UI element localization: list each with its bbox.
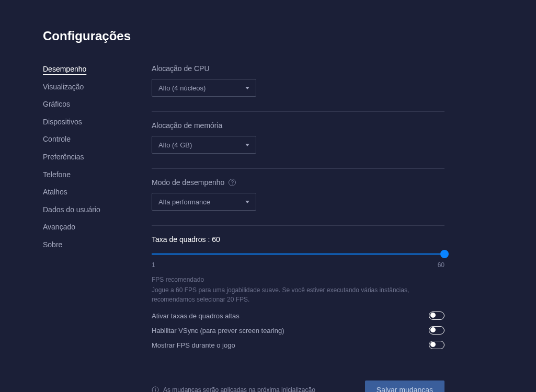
fps-label: Taxa de quadros : 60 xyxy=(152,235,444,244)
perfmode-label: Modo de desempenho xyxy=(152,178,224,187)
help-icon[interactable]: ? xyxy=(229,179,236,186)
memory-select-value: Alto (4 GB) xyxy=(158,141,192,149)
chevron-down-icon xyxy=(245,201,249,203)
sidebar-item-visualizacao[interactable]: Visualização xyxy=(43,82,121,93)
cpu-label: Alocação de CPU xyxy=(152,64,444,73)
info-icon xyxy=(152,386,159,392)
toggle-show-fps-label: Mostrar FPS durante o jogo xyxy=(152,341,235,349)
slider-track xyxy=(152,253,444,255)
toggle-high-fps-label: Ativar taxas de quadros altas xyxy=(152,312,240,320)
divider xyxy=(152,111,444,112)
sidebar-item-graficos[interactable]: Gráficos xyxy=(43,99,121,110)
toggle-knob xyxy=(430,342,436,347)
chevron-down-icon xyxy=(245,87,249,89)
divider xyxy=(152,225,444,226)
page-title: Configurações xyxy=(43,29,494,43)
svg-rect-2 xyxy=(155,389,155,391)
fps-min: 1 xyxy=(152,261,155,269)
toggle-knob xyxy=(430,313,436,318)
slider-thumb[interactable] xyxy=(440,250,449,258)
sidebar-item-controle[interactable]: Controle xyxy=(43,134,121,145)
perfmode-select-value: Alta performance xyxy=(158,198,210,206)
sidebar-item-desempenho[interactable]: Desempenho xyxy=(43,64,121,75)
fps-max: 60 xyxy=(438,261,444,269)
toggle-high-fps[interactable] xyxy=(429,312,444,320)
sidebar-item-atalhos[interactable]: Atalhos xyxy=(43,187,121,198)
chevron-down-icon xyxy=(245,144,249,146)
sidebar-item-sobre[interactable]: Sobre xyxy=(43,240,121,250)
sidebar-item-telefone[interactable]: Telefone xyxy=(43,170,121,180)
fps-slider[interactable] xyxy=(152,249,444,259)
save-button[interactable]: Salvar mudanças xyxy=(365,381,444,392)
sidebar-item-preferencias[interactable]: Preferências xyxy=(43,152,121,163)
toggle-knob xyxy=(430,327,436,332)
sidebar: Desempenho Visualização Gráficos Disposi… xyxy=(43,64,121,392)
toggle-vsync[interactable] xyxy=(429,326,444,335)
fps-reco-title: FPS recomendado xyxy=(152,276,444,283)
fps-reco-text: Jogue a 60 FPS para uma jogabilidade sua… xyxy=(152,285,444,304)
sidebar-item-dados-usuario[interactable]: Dados do usuário xyxy=(43,205,121,215)
memory-label: Alocação de memória xyxy=(152,121,444,130)
toggle-show-fps[interactable] xyxy=(429,341,444,349)
memory-select[interactable]: Alto (4 GB) xyxy=(152,136,256,154)
perfmode-select[interactable]: Alta performance xyxy=(152,193,256,211)
sidebar-item-dispositivos[interactable]: Dispositivos xyxy=(43,117,121,128)
cpu-select[interactable]: Alto (4 núcleos) xyxy=(152,79,256,97)
toggle-vsync-label: Habilitar VSync (para prever screen tear… xyxy=(152,327,284,335)
main-panel: Alocação de CPU Alto (4 núcleos) Alocaçã… xyxy=(152,64,444,392)
footer-note-text: As mudanças serão aplicadas na próxima i… xyxy=(163,386,315,392)
divider xyxy=(152,168,444,169)
svg-point-1 xyxy=(155,388,156,389)
sidebar-item-avancado[interactable]: Avançado xyxy=(43,222,121,233)
cpu-select-value: Alto (4 núcleos) xyxy=(158,84,206,92)
